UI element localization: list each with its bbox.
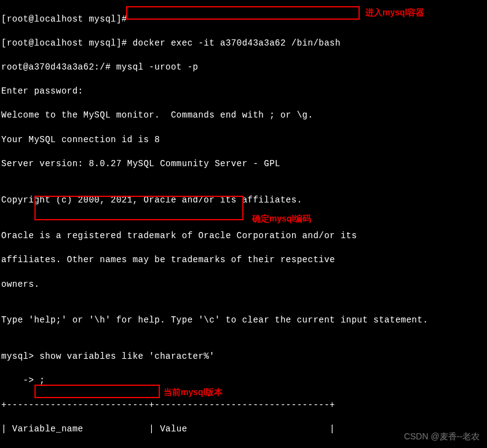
terminal-line: Type 'help;' or '\h' for help. Type '\c'… [1,314,486,327]
terminal-line: Oracle is a registered trademark of Orac… [1,230,486,242]
terminal-line: mysql> show variables like 'character%' [1,351,486,363]
terminal-output[interactable]: [root@localhost mysql]# [root@localhost … [1,1,486,448]
terminal-line: Welcome to the MySQL monitor. Commands e… [1,110,486,122]
annotation-version: 当前mysql版本 [164,386,223,399]
terminal-line: Copyright (c) 2000, 2021, Oracle and/or … [1,194,486,207]
terminal-line: Server version: 8.0.27 MySQL Community S… [1,158,486,170]
annotation-docker: 进入mysql容器 [365,7,424,19]
terminal-line: +--------------------------+------------… [1,399,486,412]
terminal-line: Your MySQL connection id is 8 [1,134,486,146]
terminal-line: [root@localhost mysql]# docker exec -it … [1,38,486,50]
terminal-line: Enter password: [1,86,486,98]
watermark: CSDN @麦香--老农 [404,431,480,443]
annotation-encoding: 确定mysql编码 [252,213,311,225]
terminal-line: -> ; [1,375,486,387]
terminal-line: affiliates. Other names may be trademark… [1,254,486,266]
terminal-line: root@a370d43a3a62:/# mysql -uroot -p [1,62,486,74]
terminal-line: owners. [1,279,486,291]
